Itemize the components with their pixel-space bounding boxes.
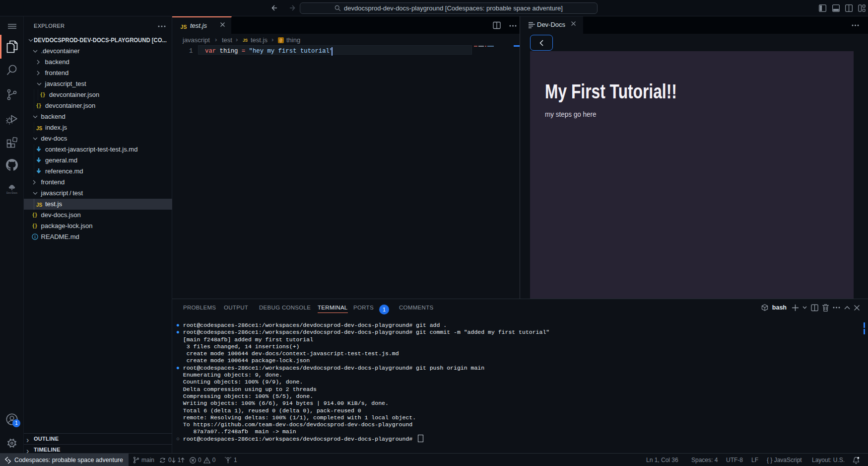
svg-text:JS: JS [181,24,187,30]
svg-text:{}: {} [32,212,38,218]
svg-text:JS: JS [243,38,248,43]
svg-text:JS: JS [36,126,43,131]
svg-text:{}: {} [32,223,38,229]
svg-text:{}: {} [36,102,42,108]
svg-text:@: @ [279,38,282,43]
svg-text:JS: JS [36,202,43,208]
svg-text:{}: {} [40,91,46,97]
